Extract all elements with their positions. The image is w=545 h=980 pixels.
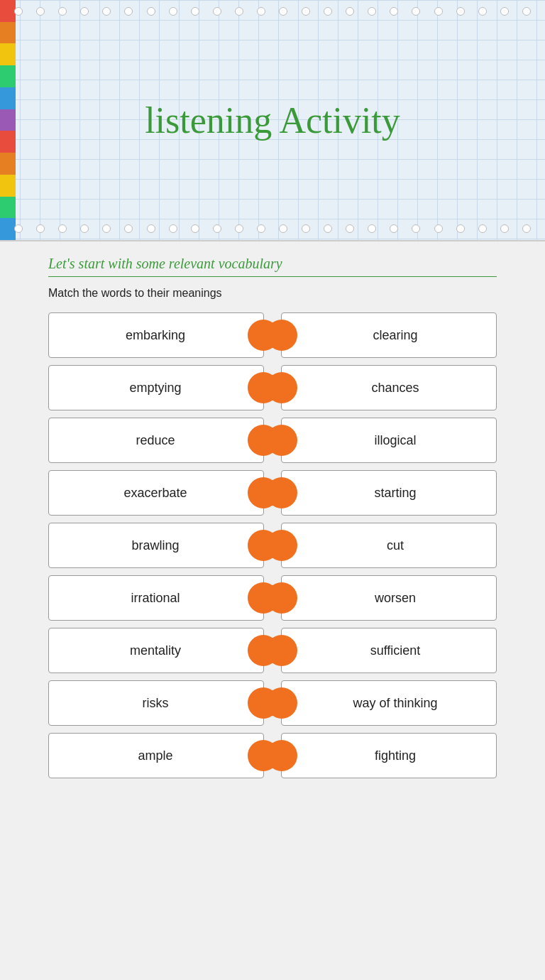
right-label: starting (304, 486, 486, 501)
right-label: cut (304, 538, 486, 553)
right-label: clearing (304, 328, 486, 343)
right-circle[interactable] (266, 582, 297, 614)
left-label: embarking (63, 328, 248, 343)
right-label: worsen (304, 591, 486, 606)
header-section: listening Activity (0, 0, 545, 241)
list-item[interactable]: cut (281, 523, 497, 568)
divider (48, 276, 497, 277)
list-item[interactable]: chances (281, 365, 497, 410)
right-circle[interactable] (266, 372, 297, 403)
right-circle[interactable] (266, 320, 297, 351)
matching-grid: embarking clearing emptying chances redu… (48, 312, 497, 778)
list-item[interactable]: fighting (281, 733, 497, 778)
right-circle[interactable] (266, 425, 297, 456)
right-circle[interactable] (266, 530, 297, 561)
list-item[interactable]: worsen (281, 575, 497, 621)
right-circle[interactable] (266, 687, 297, 719)
list-item[interactable]: sufficient (281, 628, 497, 673)
list-item[interactable]: embarking (48, 312, 264, 358)
list-item[interactable]: clearing (281, 312, 497, 358)
left-label: brawling (63, 538, 248, 553)
list-item[interactable]: mentality (48, 628, 264, 673)
left-label: mentality (63, 643, 248, 658)
right-label: fighting (304, 748, 486, 763)
right-label: way of thinking (304, 696, 486, 711)
top-dots (0, 7, 545, 16)
bottom-dots (0, 224, 545, 233)
color-bar (0, 0, 16, 240)
list-item[interactable]: irrational (48, 575, 264, 621)
right-label: sufficient (304, 643, 486, 658)
list-item[interactable]: brawling (48, 523, 264, 568)
list-item[interactable]: reduce (48, 418, 264, 463)
left-label: exacerbate (63, 486, 248, 501)
left-label: risks (63, 696, 248, 711)
list-item[interactable]: starting (281, 470, 497, 516)
page-title: listening Activity (145, 99, 400, 141)
right-circle[interactable] (266, 740, 297, 771)
list-item[interactable]: exacerbate (48, 470, 264, 516)
right-circle[interactable] (266, 477, 297, 508)
right-label: chances (304, 381, 486, 396)
instruction-text: Match the words to their meanings (48, 287, 497, 300)
left-label: emptying (63, 381, 248, 396)
right-circle[interactable] (266, 635, 297, 666)
list-item[interactable]: risks (48, 680, 264, 726)
right-label: illogical (304, 433, 486, 448)
left-label: reduce (63, 433, 248, 448)
list-item[interactable]: ample (48, 733, 264, 778)
main-content: Let's start with some relevant vocabular… (0, 241, 545, 980)
list-item[interactable]: illogical (281, 418, 497, 463)
section-title: Let's start with some relevant vocabular… (48, 256, 497, 272)
list-item[interactable]: emptying (48, 365, 264, 410)
left-label: ample (63, 748, 248, 763)
list-item[interactable]: way of thinking (281, 680, 497, 726)
left-label: irrational (63, 591, 248, 606)
